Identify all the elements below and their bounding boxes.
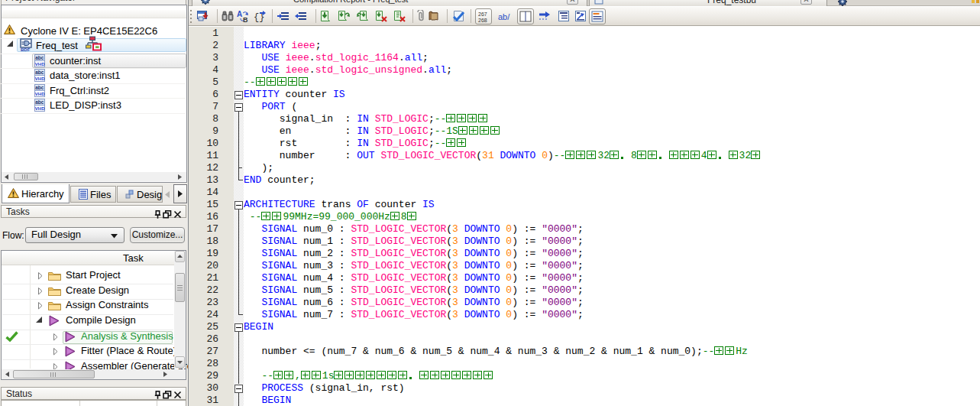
svg-text:ab/: ab/ <box>498 12 510 21</box>
svg-text:267: 267 <box>478 11 487 17</box>
svg-text:VHD: VHD <box>35 62 45 67</box>
svg-text:B: B <box>243 16 248 22</box>
svg-text:268: 268 <box>478 18 487 23</box>
svg-text:abc: abc <box>35 70 44 75</box>
svg-text:abc: abc <box>35 99 44 105</box>
svg-text:VHD: VHD <box>35 106 45 111</box>
svg-text:abc: abc <box>35 55 44 60</box>
svg-text:BDF: BDF <box>21 47 31 51</box>
svg-text:VHD: VHD <box>35 76 45 81</box>
svg-text:A: A <box>237 10 242 18</box>
svg-text:VHD: VHD <box>35 92 45 96</box>
svg-text:abc: abc <box>35 85 44 90</box>
